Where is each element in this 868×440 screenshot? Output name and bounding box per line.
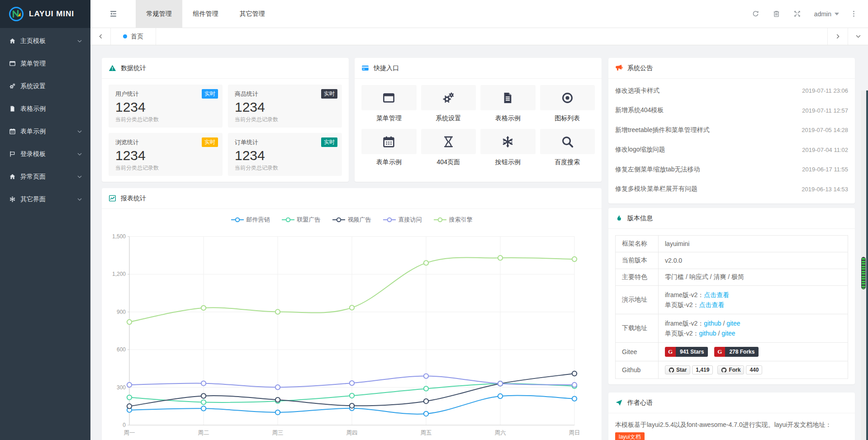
legend-item-1[interactable]: 邮件营销 (231, 216, 270, 224)
version-link-line: iframe版-v2：github / gitee (665, 318, 841, 328)
github-star-widget[interactable]: Star1,419 (665, 365, 713, 374)
quick-entry-baidu-search[interactable]: 百度搜索 (540, 129, 595, 166)
legend-label: 联盟广告 (297, 216, 321, 224)
quick-entry-menu-management[interactable]: 菜单管理 (361, 85, 417, 123)
app-logo[interactable]: LAYUI MINI (0, 0, 90, 28)
legend-marker-icon (383, 217, 396, 222)
stat-value: 1234 (115, 148, 216, 163)
scrollbar-track[interactable] (861, 90, 868, 440)
legend-item-4[interactable]: 直接访问 (383, 216, 422, 224)
gitee-badge-label: 941 Stars (676, 347, 708, 357)
announcement-text: 修改logo缩放问题 (615, 146, 665, 154)
svg-text:300: 300 (117, 384, 126, 391)
quick-entry-page-404[interactable]: 404页面 (421, 129, 476, 166)
announcement-row: 修改选项卡样式2019-07-11 23:06 (615, 81, 848, 101)
version-link[interactable]: 点击查看 (704, 291, 729, 298)
fire-icon (615, 214, 623, 222)
sidebar-item-error-pages[interactable]: 异常页面 (0, 166, 90, 188)
header-tab-other[interactable]: 其它管理 (229, 0, 275, 28)
svg-text:周四: 周四 (346, 430, 358, 436)
gitee-badge-label: 278 Forks (725, 347, 759, 357)
version-row-label: 当前版本 (616, 252, 659, 269)
refresh-button[interactable] (745, 10, 766, 18)
sidebar-item-system-settings[interactable]: 系统设置 (0, 75, 90, 98)
tab-home[interactable]: 首页 (111, 28, 156, 45)
sidebar-item-home-template[interactable]: 主页模板 (0, 30, 90, 52)
tab-scroll-left-button[interactable] (90, 28, 111, 45)
sidebar-item-label: 异常页面 (20, 173, 77, 181)
stat-box-goods: 商品统计1234当前分类总记录数实时 (228, 85, 342, 128)
sidebar: LAYUI MINI 主页模板菜单管理系统设置表格示例表单示例登录模板异常页面其… (0, 0, 90, 440)
quick-entry-button-demo[interactable]: 按钮示例 (480, 129, 536, 166)
report-chart-svg: 03006009001,2001,500周一周二周三周四周五周六周日 (109, 226, 595, 440)
legend-item-2[interactable]: 联盟广告 (282, 216, 321, 224)
stat-label: 商品统计 (235, 90, 335, 98)
sidebar-item-form-demo[interactable]: 表单示例 (0, 120, 90, 143)
quick-entry-form-demo[interactable]: 表单示例 (361, 129, 417, 166)
legend-item-5[interactable]: 搜索引擎 (434, 216, 473, 224)
layui-doc-badge[interactable]: layui文档 (615, 432, 645, 440)
sidebar-collapse-button[interactable] (90, 0, 136, 28)
clear-cache-button[interactable] (766, 10, 787, 18)
sidebar-item-menu-management[interactable]: 菜单管理 (0, 52, 90, 75)
legend-label: 邮件营销 (247, 216, 270, 224)
announcement-date: 2019-07-05 14:28 (802, 127, 848, 133)
more-menu-button[interactable] (847, 10, 860, 18)
legend-label: 视频广告 (348, 216, 371, 224)
header-tab-components[interactable]: 组件管理 (182, 0, 229, 28)
dots-vertical-icon (850, 10, 858, 18)
github-button[interactable]: Fork (717, 365, 744, 374)
page-tabbar: 首页 (90, 28, 868, 45)
hamburger-icon (109, 9, 118, 18)
gitee-badge[interactable]: G941 Stars (665, 347, 708, 357)
version-row-label: 框架名称 (616, 236, 659, 252)
gitee-badge[interactable]: G278 Forks (714, 347, 759, 357)
snowflake-icon (9, 196, 16, 203)
sidebar-item-label: 系统设置 (20, 82, 82, 90)
version-link[interactable]: gitee (721, 330, 735, 337)
gears-icon (421, 85, 476, 110)
tab-operations-button[interactable] (848, 28, 868, 45)
sidebar-item-label: 登录模板 (20, 150, 77, 158)
user-menu[interactable]: admin (814, 10, 839, 18)
version-table-row: GiteeG941 StarsG278 Forks (616, 343, 848, 361)
report-chart[interactable]: 03006009001,2001,500周一周二周三周四周五周六周日 (102, 225, 602, 440)
hourglass-icon (421, 129, 476, 154)
home-icon (9, 173, 16, 180)
quick-entry-icon-list[interactable]: 图标列表 (540, 85, 595, 123)
header-tab-general[interactable]: 常规管理 (136, 0, 182, 28)
scrollbar-thumb[interactable] (861, 257, 866, 289)
version-row-label: Gitee (616, 343, 659, 361)
fullscreen-button[interactable] (787, 10, 808, 18)
version-link[interactable]: github (704, 320, 721, 327)
chevron-left-icon (98, 33, 104, 39)
quick-entry-system-settings[interactable]: 系统设置 (421, 85, 476, 123)
sidebar-item-table-demo[interactable]: 表格示例 (0, 98, 90, 120)
version-link[interactable]: github (699, 330, 716, 337)
fullscreen-icon (793, 10, 801, 18)
github-fork-widget[interactable]: Fork440 (717, 365, 762, 374)
sidebar-item-login-template[interactable]: 登录模板 (0, 143, 90, 166)
tab-scroll-right-button[interactable] (827, 28, 848, 45)
file-icon (9, 105, 16, 113)
chevron-down-icon (855, 33, 861, 39)
card-title: 系统公告 (627, 64, 653, 72)
svg-text:周五: 周五 (421, 430, 432, 436)
svg-text:周二: 周二 (198, 430, 209, 436)
version-link[interactable]: gitee (726, 320, 740, 327)
github-button[interactable]: Star (665, 365, 690, 374)
sidebar-item-other-ui[interactable]: 其它界面 (0, 188, 90, 211)
gears-icon (9, 83, 16, 90)
version-link[interactable]: 点击查看 (699, 301, 724, 308)
version-link-line: 单页版-v2：github / gitee (665, 328, 841, 338)
card-quick-entry: 快捷入口 菜单管理系统设置表格示例图标列表表单示例404页面按钮示例百度搜索 (355, 58, 602, 182)
quick-entry-table-demo[interactable]: 表格示例 (480, 85, 536, 123)
calendar-icon (361, 129, 417, 154)
user-name: admin (814, 10, 831, 18)
app-title: LAYUI MINI (29, 9, 74, 19)
stat-box-views: 浏览统计1234当前分类总记录数实时 (109, 133, 223, 176)
legend-item-3[interactable]: 视频广告 (332, 216, 371, 224)
stat-description: 当前分类总记录数 (115, 116, 216, 123)
tab-home-label: 首页 (131, 33, 143, 41)
stat-value: 1234 (235, 99, 335, 115)
